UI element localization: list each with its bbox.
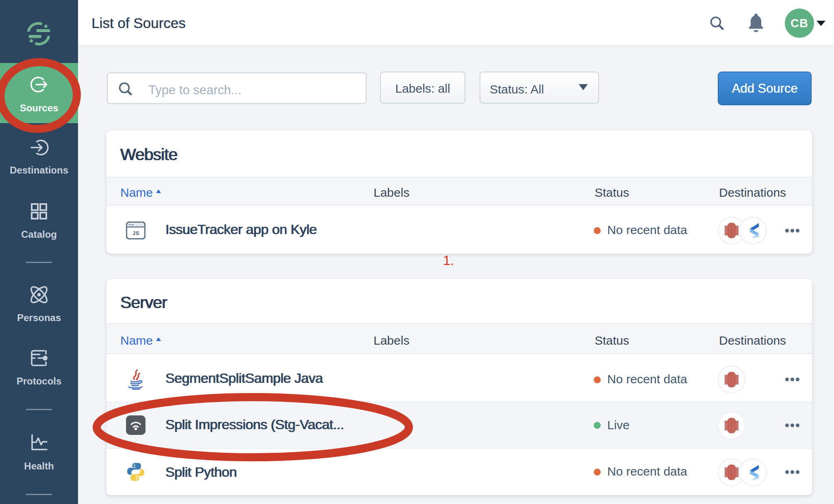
svg-text:JS: JS: [132, 230, 139, 236]
